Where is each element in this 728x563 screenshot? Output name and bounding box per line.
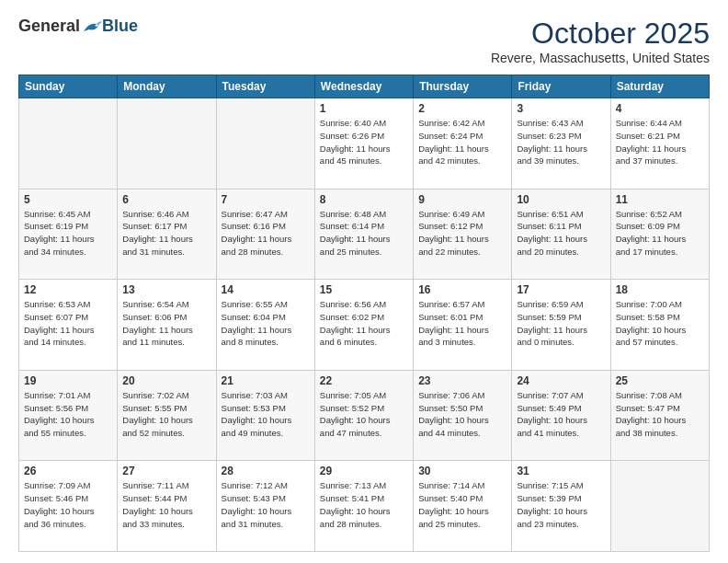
- table-row: 9Sunrise: 6:49 AM Sunset: 6:12 PM Daylig…: [414, 189, 512, 280]
- day-info: Sunrise: 6:45 AM Sunset: 6:19 PM Dayligh…: [24, 208, 112, 259]
- table-row: 11Sunrise: 6:52 AM Sunset: 6:09 PM Dayli…: [610, 189, 709, 280]
- day-number: 18: [616, 283, 704, 296]
- day-info: Sunrise: 7:12 AM Sunset: 5:43 PM Dayligh…: [222, 479, 310, 530]
- logo: General Blue: [18, 17, 138, 36]
- month-title: October 2025: [491, 17, 710, 51]
- col-sunday: Sunday: [19, 75, 118, 98]
- table-row: 15Sunrise: 6:56 AM Sunset: 6:02 PM Dayli…: [314, 280, 413, 371]
- day-info: Sunrise: 6:55 AM Sunset: 6:04 PM Dayligh…: [222, 298, 310, 349]
- table-row: 4Sunrise: 6:44 AM Sunset: 6:21 PM Daylig…: [610, 98, 709, 190]
- day-number: 1: [320, 102, 408, 115]
- day-number: 17: [517, 283, 605, 296]
- table-row: 13Sunrise: 6:54 AM Sunset: 6:06 PM Dayli…: [118, 280, 216, 371]
- day-info: Sunrise: 7:02 AM Sunset: 5:55 PM Dayligh…: [122, 389, 210, 440]
- day-number: 6: [122, 193, 210, 206]
- table-row: 7Sunrise: 6:47 AM Sunset: 6:16 PM Daylig…: [216, 189, 314, 280]
- day-info: Sunrise: 6:53 AM Sunset: 6:07 PM Dayligh…: [24, 298, 112, 349]
- table-row: 8Sunrise: 6:48 AM Sunset: 6:14 PM Daylig…: [314, 189, 413, 280]
- table-row: [19, 98, 118, 190]
- day-number: 7: [222, 193, 310, 206]
- table-row: 19Sunrise: 7:01 AM Sunset: 5:56 PM Dayli…: [19, 370, 118, 461]
- calendar: Sunday Monday Tuesday Wednesday Thursday…: [18, 75, 710, 552]
- col-wednesday: Wednesday: [314, 75, 413, 98]
- day-info: Sunrise: 6:52 AM Sunset: 6:09 PM Dayligh…: [616, 208, 704, 259]
- day-info: Sunrise: 6:48 AM Sunset: 6:14 PM Dayligh…: [320, 208, 408, 259]
- calendar-week-row: 1Sunrise: 6:40 AM Sunset: 6:26 PM Daylig…: [19, 98, 710, 190]
- table-row: 22Sunrise: 7:05 AM Sunset: 5:52 PM Dayli…: [314, 370, 413, 461]
- day-info: Sunrise: 6:49 AM Sunset: 6:12 PM Dayligh…: [418, 208, 506, 259]
- day-number: 14: [222, 283, 310, 296]
- day-number: 4: [616, 102, 704, 115]
- table-row: 20Sunrise: 7:02 AM Sunset: 5:55 PM Dayli…: [118, 370, 216, 461]
- table-row: 2Sunrise: 6:42 AM Sunset: 6:24 PM Daylig…: [414, 98, 512, 190]
- day-number: 11: [616, 193, 704, 206]
- day-number: 24: [517, 374, 605, 387]
- day-number: 23: [418, 374, 506, 387]
- page: General Blue October 2025 Revere, Massac…: [0, 0, 728, 563]
- day-number: 15: [320, 283, 408, 296]
- col-saturday: Saturday: [610, 75, 709, 98]
- calendar-week-row: 26Sunrise: 7:09 AM Sunset: 5:46 PM Dayli…: [19, 461, 710, 552]
- day-info: Sunrise: 6:40 AM Sunset: 6:26 PM Dayligh…: [320, 117, 408, 167]
- day-number: 3: [517, 102, 605, 115]
- table-row: 27Sunrise: 7:11 AM Sunset: 5:44 PM Dayli…: [118, 461, 216, 552]
- table-row: 5Sunrise: 6:45 AM Sunset: 6:19 PM Daylig…: [19, 189, 118, 280]
- day-number: 12: [24, 283, 112, 296]
- day-number: 28: [222, 465, 310, 477]
- table-row: 31Sunrise: 7:15 AM Sunset: 5:39 PM Dayli…: [512, 461, 610, 552]
- day-info: Sunrise: 7:08 AM Sunset: 5:47 PM Dayligh…: [616, 389, 704, 440]
- table-row: 14Sunrise: 6:55 AM Sunset: 6:04 PM Dayli…: [216, 280, 314, 371]
- table-row: 3Sunrise: 6:43 AM Sunset: 6:23 PM Daylig…: [512, 98, 610, 190]
- day-info: Sunrise: 7:05 AM Sunset: 5:52 PM Dayligh…: [320, 389, 408, 440]
- day-info: Sunrise: 6:56 AM Sunset: 6:02 PM Dayligh…: [320, 298, 408, 349]
- day-number: 2: [418, 102, 506, 115]
- table-row: 6Sunrise: 6:46 AM Sunset: 6:17 PM Daylig…: [118, 189, 216, 280]
- day-number: 31: [517, 465, 605, 477]
- day-number: 22: [320, 374, 408, 387]
- day-info: Sunrise: 6:57 AM Sunset: 6:01 PM Dayligh…: [418, 298, 506, 349]
- day-info: Sunrise: 7:01 AM Sunset: 5:56 PM Dayligh…: [24, 389, 112, 440]
- day-info: Sunrise: 7:09 AM Sunset: 5:46 PM Dayligh…: [24, 479, 112, 530]
- table-row: 25Sunrise: 7:08 AM Sunset: 5:47 PM Dayli…: [610, 370, 709, 461]
- day-info: Sunrise: 7:07 AM Sunset: 5:49 PM Dayligh…: [517, 389, 605, 440]
- day-info: Sunrise: 7:15 AM Sunset: 5:39 PM Dayligh…: [517, 479, 605, 530]
- day-info: Sunrise: 6:44 AM Sunset: 6:21 PM Dayligh…: [616, 117, 704, 167]
- calendar-week-row: 5Sunrise: 6:45 AM Sunset: 6:19 PM Daylig…: [19, 189, 710, 280]
- title-block: October 2025 Revere, Massachusetts, Unit…: [491, 17, 710, 65]
- day-info: Sunrise: 7:13 AM Sunset: 5:41 PM Dayligh…: [320, 479, 408, 530]
- calendar-week-row: 12Sunrise: 6:53 AM Sunset: 6:07 PM Dayli…: [19, 280, 710, 371]
- day-info: Sunrise: 7:14 AM Sunset: 5:40 PM Dayligh…: [418, 479, 506, 530]
- day-number: 9: [418, 193, 506, 206]
- day-number: 10: [517, 193, 605, 206]
- logo-bird-icon: [82, 18, 102, 35]
- day-number: 8: [320, 193, 408, 206]
- col-tuesday: Tuesday: [216, 75, 314, 98]
- day-info: Sunrise: 7:03 AM Sunset: 5:53 PM Dayligh…: [222, 389, 310, 440]
- day-info: Sunrise: 6:47 AM Sunset: 6:16 PM Dayligh…: [222, 208, 310, 259]
- table-row: 24Sunrise: 7:07 AM Sunset: 5:49 PM Dayli…: [512, 370, 610, 461]
- table-row: 26Sunrise: 7:09 AM Sunset: 5:46 PM Dayli…: [19, 461, 118, 552]
- day-info: Sunrise: 7:11 AM Sunset: 5:44 PM Dayligh…: [122, 479, 210, 530]
- day-number: 29: [320, 465, 408, 477]
- location-title: Revere, Massachusetts, United States: [491, 51, 710, 65]
- table-row: 28Sunrise: 7:12 AM Sunset: 5:43 PM Dayli…: [216, 461, 314, 552]
- col-thursday: Thursday: [414, 75, 512, 98]
- header: General Blue October 2025 Revere, Massac…: [18, 17, 710, 65]
- day-info: Sunrise: 6:59 AM Sunset: 5:59 PM Dayligh…: [517, 298, 605, 349]
- logo-blue-text: Blue: [102, 17, 138, 36]
- col-friday: Friday: [512, 75, 610, 98]
- day-number: 13: [122, 283, 210, 296]
- table-row: 21Sunrise: 7:03 AM Sunset: 5:53 PM Dayli…: [216, 370, 314, 461]
- table-row: 1Sunrise: 6:40 AM Sunset: 6:26 PM Daylig…: [314, 98, 413, 190]
- table-row: 23Sunrise: 7:06 AM Sunset: 5:50 PM Dayli…: [414, 370, 512, 461]
- table-row: 29Sunrise: 7:13 AM Sunset: 5:41 PM Dayli…: [314, 461, 413, 552]
- day-info: Sunrise: 6:54 AM Sunset: 6:06 PM Dayligh…: [122, 298, 210, 349]
- day-info: Sunrise: 6:46 AM Sunset: 6:17 PM Dayligh…: [122, 208, 210, 259]
- day-number: 16: [418, 283, 506, 296]
- day-info: Sunrise: 7:06 AM Sunset: 5:50 PM Dayligh…: [418, 389, 506, 440]
- table-row: 10Sunrise: 6:51 AM Sunset: 6:11 PM Dayli…: [512, 189, 610, 280]
- day-info: Sunrise: 6:43 AM Sunset: 6:23 PM Dayligh…: [517, 117, 605, 167]
- table-row: 18Sunrise: 7:00 AM Sunset: 5:58 PM Dayli…: [610, 280, 709, 371]
- day-number: 19: [24, 374, 112, 387]
- day-number: 30: [418, 465, 506, 477]
